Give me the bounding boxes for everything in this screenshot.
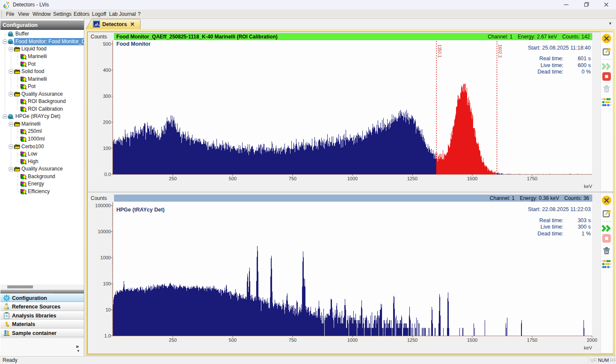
svg-text:Start: 22.08.2025 11:22:03: Start: 22.08.2025 11:22:03 bbox=[528, 206, 591, 212]
svg-text:10000: 10000 bbox=[98, 229, 111, 234]
svg-text:Dead time:: Dead time: bbox=[538, 69, 563, 75]
svg-text:2000: 2000 bbox=[587, 338, 597, 343]
svg-text:0.0: 0.0 bbox=[104, 172, 111, 177]
svg-text:Live time:: Live time: bbox=[541, 62, 564, 68]
svg-text:200: 200 bbox=[103, 120, 111, 125]
svg-text:Counts: Counts bbox=[91, 195, 107, 201]
svg-text:601 s: 601 s bbox=[578, 56, 591, 62]
svg-text:250: 250 bbox=[169, 338, 177, 343]
svg-text:1350.1: 1350.1 bbox=[437, 44, 442, 58]
svg-text:1750: 1750 bbox=[527, 338, 537, 343]
svg-text:10: 10 bbox=[106, 307, 111, 312]
svg-text:500: 500 bbox=[103, 41, 111, 47]
svg-text:Food Monitor: Food Monitor bbox=[116, 41, 151, 47]
svg-text:keV: keV bbox=[584, 184, 592, 189]
svg-text:1500: 1500 bbox=[467, 176, 477, 181]
svg-text:HPGe (tRAYcy Det): HPGe (tRAYcy Det) bbox=[116, 207, 165, 213]
svg-text:500: 500 bbox=[229, 338, 237, 343]
svg-text:0 %: 0 % bbox=[581, 69, 591, 75]
svg-text:Food Monitor_QAEff_250825-1118: Food Monitor_QAEff_250825-1118_K-40 Mari… bbox=[116, 34, 278, 40]
svg-text:Dead time:: Dead time: bbox=[538, 231, 563, 237]
svg-text:Counts: Counts bbox=[91, 34, 107, 40]
svg-text:1 %: 1 % bbox=[581, 231, 591, 237]
svg-text:Channel: 1 Energy: 2.67 keV: Channel: 1 Energy: 2.67 keV Counts: 142 bbox=[488, 34, 590, 40]
svg-text:303 s: 303 s bbox=[578, 217, 591, 223]
svg-text:1000: 1000 bbox=[347, 176, 358, 181]
svg-text:Real time:: Real time: bbox=[539, 217, 563, 223]
svg-text:300: 300 bbox=[103, 94, 111, 99]
svg-text:1500: 1500 bbox=[467, 338, 477, 343]
svg-text:1250: 1250 bbox=[407, 338, 418, 343]
svg-text:750: 750 bbox=[289, 338, 296, 343]
svg-text:Channel: 1 Energy: 0.38 keV: Channel: 1 Energy: 0.38 keV Counts: 36 bbox=[490, 195, 589, 201]
svg-text:250: 250 bbox=[169, 176, 177, 181]
svg-text:500: 500 bbox=[229, 176, 237, 181]
svg-text:100000: 100000 bbox=[95, 203, 111, 208]
svg-text:300 s: 300 s bbox=[578, 224, 591, 230]
svg-text:1750: 1750 bbox=[527, 176, 537, 181]
svg-text:Start: 25.08.2025 11:18:40: Start: 25.08.2025 11:18:40 bbox=[528, 45, 591, 51]
svg-text:1000: 1000 bbox=[101, 255, 111, 260]
svg-text:1.0: 1.0 bbox=[104, 333, 111, 338]
svg-text:600 s: 600 s bbox=[578, 62, 591, 68]
svg-text:Real time:: Real time: bbox=[539, 56, 563, 62]
svg-text:750: 750 bbox=[289, 176, 296, 181]
svg-text:100: 100 bbox=[103, 146, 111, 151]
svg-text:Live time:: Live time: bbox=[541, 224, 564, 230]
svg-text:1602.3: 1602.3 bbox=[498, 44, 502, 58]
svg-text:1000: 1000 bbox=[347, 338, 358, 343]
svg-text:100: 100 bbox=[103, 281, 111, 286]
svg-text:1250: 1250 bbox=[407, 176, 418, 181]
svg-text:keV: keV bbox=[584, 345, 592, 350]
svg-text:400: 400 bbox=[103, 68, 111, 73]
